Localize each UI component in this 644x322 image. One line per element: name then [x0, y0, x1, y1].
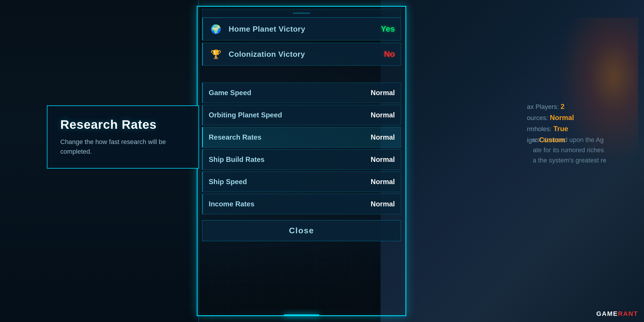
- ship-build-rates-label: Ship Build Rates: [209, 155, 371, 164]
- watermark: GAMERANT: [596, 310, 638, 318]
- colonization-victory-label: Colonization Victory: [229, 50, 384, 59]
- income-rates-value: Normal: [371, 200, 395, 208]
- close-button-label: Close: [289, 226, 314, 235]
- settings-list: Game Speed Normal Orbiting Planet Speed …: [202, 83, 401, 214]
- home-planet-victory-value: Yes: [381, 24, 395, 34]
- victory-section: 🌍 Home Planet Victory Yes 🏆 Colonization…: [202, 18, 401, 66]
- ship-speed-value: Normal: [371, 178, 395, 186]
- colonization-victory-value: No: [384, 49, 395, 59]
- ship-build-rates-row[interactable]: Ship Build Rates Normal: [202, 149, 401, 170]
- sidebar-resources: ources: Normal: [527, 114, 638, 122]
- game-speed-label: Game Speed: [209, 89, 371, 97]
- sidebar-resources-label: ources:: [527, 114, 550, 121]
- tooltip-box: Research Rates Change the how fast resea…: [47, 105, 199, 169]
- sidebar-players-label: ax Players:: [527, 103, 561, 110]
- settings-area: 🌍 Home Planet Victory Yes 🏆 Colonization…: [202, 18, 401, 241]
- close-button[interactable]: Close: [202, 220, 401, 241]
- sidebar-players-value: 2: [561, 102, 564, 110]
- watermark-rant: RANT: [618, 310, 638, 317]
- right-sidebar: ax Players: 2 ources: Normal rmholes: Tr…: [527, 102, 638, 147]
- income-rates-label: Income Rates: [209, 200, 371, 208]
- research-rates-value: Normal: [371, 133, 395, 141]
- colonization-icon: 🏆: [209, 47, 223, 61]
- sidebar-wormholes: rmholes: True: [527, 125, 638, 133]
- ship-speed-row[interactable]: Ship Speed Normal: [202, 172, 401, 192]
- colonization-victory-row[interactable]: 🏆 Colonization Victory No: [202, 43, 401, 66]
- orbiting-planet-speed-label: Orbiting Planet Speed: [209, 111, 371, 119]
- tooltip-title: Research Rates: [60, 118, 186, 132]
- scroll-hint-top: [202, 9, 401, 18]
- sidebar-design-value: Custom: [539, 136, 565, 144]
- ship-speed-label: Ship Speed: [209, 178, 371, 186]
- home-planet-icon: 🌍: [209, 22, 223, 36]
- watermark-game: GAME: [596, 310, 618, 317]
- sidebar-design-label: ign:: [527, 136, 539, 144]
- sidebar-wormholes-label: rmholes:: [527, 125, 553, 133]
- partial-text-line-3: a the system's greatest re: [533, 155, 638, 165]
- sidebar-design: ign: Custom: [527, 136, 638, 144]
- research-rates-row[interactable]: Research Rates Normal: [202, 127, 401, 148]
- game-speed-row[interactable]: Game Speed Normal: [202, 83, 401, 103]
- sidebar-players: ax Players: 2: [527, 102, 638, 111]
- ship-build-rates-value: Normal: [371, 155, 395, 164]
- tooltip-description: Change the how fast research will be com…: [60, 137, 186, 156]
- sidebar-wormholes-value: True: [553, 125, 568, 133]
- home-planet-victory-row[interactable]: 🌍 Home Planet Victory Yes: [202, 18, 401, 40]
- research-rates-label: Research Rates: [209, 133, 371, 141]
- income-rates-row[interactable]: Income Rates Normal: [202, 194, 401, 214]
- game-speed-value: Normal: [371, 89, 395, 97]
- orbiting-planet-speed-value: Normal: [371, 111, 395, 119]
- home-planet-victory-label: Home Planet Victory: [229, 25, 381, 34]
- section-divider: [202, 74, 401, 83]
- sidebar-resources-value: Normal: [550, 114, 574, 121]
- orbiting-planet-speed-row[interactable]: Orbiting Planet Speed Normal: [202, 105, 401, 125]
